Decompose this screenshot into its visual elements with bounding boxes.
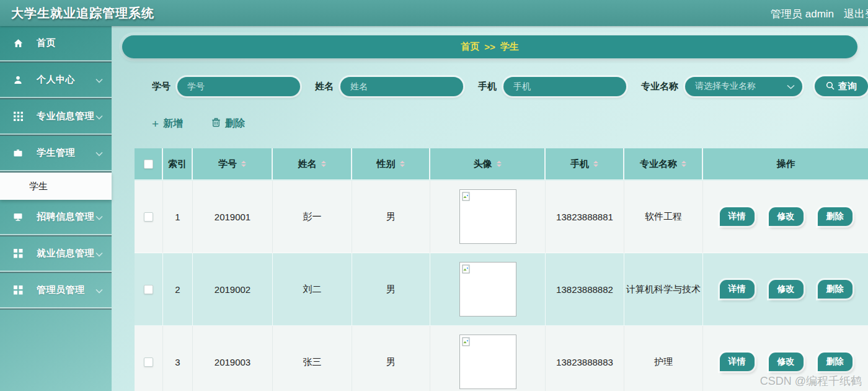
breadcrumb-home-link[interactable]: 首页 [461, 41, 479, 53]
query-button[interactable]: 查询 [815, 76, 868, 96]
watermark: CSDN @编程千纸鹤 [760, 374, 862, 389]
sidebar-item-label: 首页 [37, 37, 56, 49]
chevron-down-icon [95, 74, 103, 85]
row-checkbox[interactable] [144, 212, 153, 222]
major-label: 专业名称 [641, 81, 678, 92]
broken-image-icon [462, 337, 472, 347]
cell-index: 2 [163, 253, 193, 326]
major-select-placeholder: 请选择专业名称 [695, 81, 756, 92]
sidebar-item-recruitment[interactable]: 招聘信息管理 [0, 200, 112, 234]
delete-button[interactable]: 删除 [818, 207, 852, 226]
table-row: 3 2019003 张三 男 13823888883 护理 详情 修改 删除 [135, 326, 868, 391]
student-id-input[interactable] [177, 77, 300, 96]
cell-name: 彭一 [273, 181, 352, 253]
sort-icon[interactable] [497, 161, 502, 167]
cell-gender: 男 [352, 253, 430, 326]
query-button-label: 查询 [838, 81, 857, 92]
sidebar-subitem-student[interactable]: 学生 [0, 173, 112, 200]
cell-student-id: 2019001 [193, 181, 273, 253]
column-header-major[interactable]: 专业名称 [624, 148, 703, 181]
column-header-student-id[interactable]: 学号 [193, 148, 273, 181]
column-header-actions: 操作 [703, 148, 868, 181]
sidebar-subitem-label: 学生 [29, 181, 48, 192]
select-all-checkbox[interactable] [144, 160, 153, 169]
edit-button[interactable]: 修改 [769, 207, 804, 226]
cell-major: 软件工程 [624, 181, 703, 253]
sidebar-item-label: 招聘信息管理 [37, 211, 94, 223]
sidebar-item-students[interactable]: 学生管理 [0, 136, 112, 170]
detail-button[interactable]: 详情 [720, 207, 755, 226]
sidebar-item-majors[interactable]: 专业信息管理 [0, 99, 112, 133]
student-id-label: 学号 [152, 81, 170, 92]
sort-icon[interactable] [593, 161, 598, 167]
briefcase-icon [12, 148, 24, 158]
sort-icon[interactable] [241, 161, 246, 167]
grid-9-icon [12, 112, 24, 122]
sidebar-item-label: 专业信息管理 [37, 110, 94, 122]
sidebar-item-label: 管理员管理 [37, 284, 85, 296]
detail-button[interactable]: 详情 [720, 353, 755, 371]
table-header-row: 索引 学号 姓名 性别 头像 手机 专业名称 [135, 148, 868, 181]
avatar [459, 262, 516, 317]
sidebar-item-admins[interactable]: 管理员管理 [0, 273, 112, 307]
name-input[interactable] [340, 77, 463, 96]
column-header-name[interactable]: 姓名 [273, 148, 352, 181]
batch-delete-button[interactable]: 删除 [211, 117, 245, 130]
edit-button[interactable]: 修改 [769, 280, 804, 299]
select-all-cell [135, 148, 163, 181]
column-header-phone[interactable]: 手机 [546, 148, 624, 181]
breadcrumb: 首页 >> 学生 [122, 35, 857, 58]
row-actions: 详情 修改 删除 [720, 280, 852, 299]
cell-gender: 男 [352, 326, 430, 391]
table-row: 1 2019001 彭一 男 13823888881 软件工程 详情 修改 删除 [135, 181, 868, 253]
search-form: 学号 姓名 手机 专业名称 请选择专业名称 查询 [112, 76, 868, 96]
row-checkbox[interactable] [144, 357, 153, 367]
monitor-icon [12, 212, 24, 222]
cell-major: 计算机科学与技术 [624, 253, 703, 326]
cell-avatar [430, 326, 546, 391]
breadcrumb-current[interactable]: 学生 [500, 41, 519, 53]
logout-button[interactable]: 退出登录 [844, 7, 868, 21]
cell-name: 张三 [273, 326, 352, 391]
plus-icon: + [152, 118, 159, 130]
chevron-down-icon [787, 81, 795, 91]
sidebar: 首页 个人中心 专业信息管理 学生管理 学生 [0, 26, 112, 391]
sidebar-item-label: 个人中心 [37, 74, 75, 86]
delete-button[interactable]: 删除 [818, 353, 852, 371]
cell-phone: 13823888881 [546, 181, 624, 253]
add-button[interactable]: + 新增 [152, 117, 183, 130]
detail-button[interactable]: 详情 [720, 280, 755, 299]
table-body: 1 2019001 彭一 男 13823888881 软件工程 详情 修改 删除 [135, 181, 868, 391]
chevron-down-icon [95, 111, 103, 122]
sidebar-item-employment[interactable]: 就业信息管理 [0, 236, 112, 271]
sidebar-item-label: 学生管理 [37, 147, 75, 159]
breadcrumb-separator: >> [484, 42, 495, 52]
name-label: 姓名 [315, 81, 334, 92]
sidebar-item-home[interactable]: 首页 [0, 26, 112, 60]
grid-4-icon [12, 249, 24, 259]
row-checkbox[interactable] [144, 285, 153, 294]
app-header: 大学生就业追踪管理系统 管理员 admin 退出登录 [0, 0, 868, 26]
column-header-index[interactable]: 索引 [163, 148, 193, 181]
chevron-down-icon [95, 148, 103, 158]
avatar [459, 189, 516, 244]
major-select[interactable]: 请选择专业名称 [685, 77, 802, 96]
cell-phone: 13823888883 [546, 326, 624, 391]
cell-phone: 13823888882 [546, 253, 624, 326]
sort-icon[interactable] [321, 161, 326, 167]
sort-icon[interactable] [681, 161, 686, 167]
sort-icon[interactable] [400, 161, 405, 167]
current-user-label: 管理员 admin [771, 7, 834, 21]
column-header-gender[interactable]: 性别 [352, 148, 430, 181]
delete-button[interactable]: 删除 [818, 280, 852, 299]
batch-delete-button-label: 删除 [225, 117, 245, 130]
phone-label: 手机 [478, 81, 497, 92]
edit-button[interactable]: 修改 [769, 353, 804, 371]
avatar [459, 335, 516, 389]
sidebar-item-profile[interactable]: 个人中心 [0, 63, 112, 97]
column-header-avatar[interactable]: 头像 [430, 148, 546, 181]
cell-name: 刘二 [273, 253, 352, 326]
chevron-down-icon [95, 212, 103, 222]
chevron-down-icon [95, 248, 103, 259]
phone-input[interactable] [503, 77, 626, 96]
